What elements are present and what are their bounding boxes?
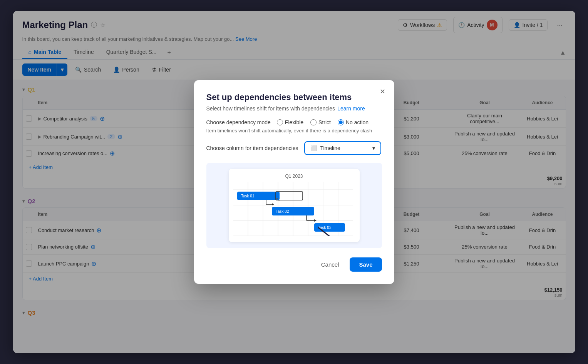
dependency-mode-row: Choose dependency mode Flexible Strict N… (206, 119, 382, 125)
mode-description: Item timelines won't shift automatically… (206, 128, 382, 134)
mode-strict-label: Strict (318, 119, 331, 125)
app-container: Marketing Plan ⓘ ☆ ⚙ Workflows ⚠ 🕐 Activ… (13, 11, 575, 353)
mode-strict-option[interactable]: Strict (310, 119, 331, 125)
modal-subtitle-text: Select how timelines shift for items wit… (206, 105, 335, 112)
modal-title: Set up dependencies between items (206, 92, 382, 102)
modal-overlay: ✕ Set up dependencies between items Sele… (13, 11, 575, 353)
svg-text:↖: ↖ (276, 196, 280, 202)
mode-strict-radio[interactable] (310, 119, 317, 125)
timeline-select-icon: ⬜ (310, 145, 317, 151)
mode-flexible-label: Flexible (285, 119, 303, 125)
svg-text:Task 01: Task 01 (241, 194, 255, 198)
mode-label: Choose dependency mode (206, 119, 271, 125)
gantt-chart: Task 01 ↖ Task 02 (233, 182, 353, 236)
cancel-button[interactable]: Cancel (315, 258, 345, 271)
preview-inner: Q1 2023 (229, 169, 360, 242)
mode-noaction-option[interactable]: No action (338, 119, 369, 125)
mode-noaction-label: No action (346, 119, 369, 125)
learn-more-link[interactable]: Learn more (337, 105, 365, 112)
column-label: Choose column for item dependencies (206, 145, 298, 151)
modal-close-button[interactable]: ✕ (377, 86, 388, 97)
mode-noaction-radio[interactable] (338, 119, 344, 125)
modal-subtitle: Select how timelines shift for items wit… (206, 105, 382, 112)
column-select-value: Timeline (320, 145, 340, 151)
save-button[interactable]: Save (350, 257, 382, 272)
preview-area: Q1 2023 (206, 163, 382, 248)
column-select-dropdown[interactable]: ⬜ Timeline ▾ (304, 141, 381, 155)
chevron-down-icon: ▾ (372, 145, 375, 151)
column-row: Choose column for item dependencies ⬜ Ti… (206, 141, 382, 155)
select-left: ⬜ Timeline (310, 145, 340, 151)
preview-title: Q1 2023 (233, 174, 355, 179)
svg-text:Task 02: Task 02 (276, 209, 289, 214)
modal-footer: Cancel Save (206, 257, 382, 272)
svg-marker-22 (314, 219, 317, 222)
dependencies-modal: ✕ Set up dependencies between items Sele… (194, 80, 394, 284)
mode-flexible-option[interactable]: Flexible (277, 119, 303, 125)
mode-flexible-radio[interactable] (277, 119, 283, 125)
